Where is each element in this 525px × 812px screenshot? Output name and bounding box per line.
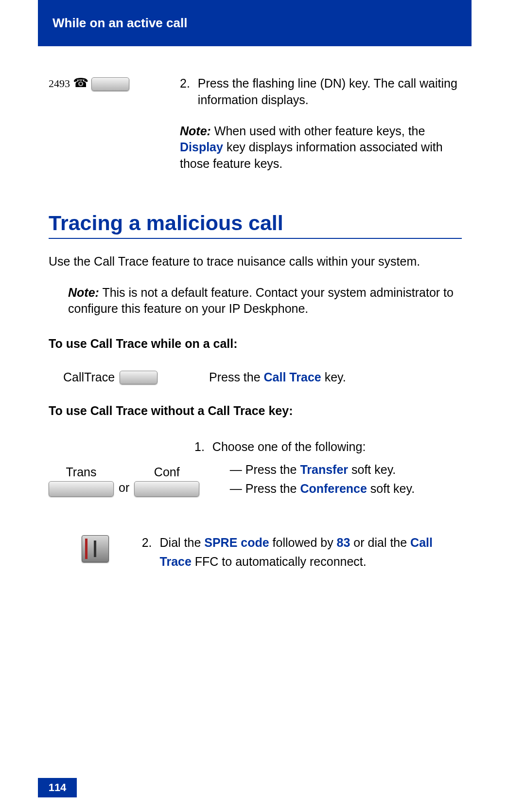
dn-key-illustration: 2493 ☎: [49, 75, 180, 172]
opt2-after: soft key.: [367, 482, 415, 495]
choose-opt-1: Press the Transfer soft key.: [230, 460, 415, 479]
opt2-before: Press the: [245, 482, 300, 495]
intro-paragraph: Use the Call Trace feature to trace nuis…: [49, 253, 462, 270]
subhead-2: To use Call Trace without a Call Trace k…: [49, 404, 462, 418]
trans-col: Trans: [49, 465, 114, 497]
spre-code-key-name: SPRE code: [204, 536, 269, 549]
line-key-icon: [91, 77, 129, 91]
section-heading: Tracing a malicious call: [49, 211, 462, 239]
note1: Note: When used with other feature keys,…: [180, 123, 462, 172]
note1-label: Note:: [180, 124, 211, 138]
page-number: 114: [38, 778, 77, 797]
dial-row: 2. Dial the SPRE code followed by 83 or …: [49, 533, 462, 571]
step2-row: 2493 ☎ 2. Press the flashing line (DN) k…: [49, 75, 462, 172]
trans-label: Trans: [66, 465, 97, 479]
header-bar: While on an active call: [38, 0, 472, 46]
choose-opt-2: Press the Conference soft key.: [230, 479, 415, 498]
dial-t4: FFC to automatically reconnect.: [192, 555, 367, 568]
note2-text: This is not a default feature. Contact y…: [68, 286, 454, 316]
note1-before: When used with other feature keys, the: [211, 124, 425, 138]
or-label: or: [119, 467, 129, 495]
step2-body: Press the flashing line (DN) key. The ca…: [198, 75, 462, 108]
trans-conf-illustration: Trans or Conf: [49, 437, 194, 510]
dialpad-icon: [82, 535, 109, 562]
display-key-name: Display: [180, 140, 223, 154]
step2-text: 2. Press the flashing line (DN) key. The…: [180, 75, 462, 172]
step2b-number: 2.: [142, 533, 152, 571]
ct-before: Press the: [209, 370, 264, 384]
conf-col: Conf: [134, 465, 199, 497]
calltrace-key-illustration: CallTrace: [49, 370, 209, 384]
dn-number: 2493: [49, 77, 70, 90]
choose-list: Press the Transfer soft key. Press the C…: [212, 460, 415, 498]
opt1-after: soft key.: [348, 463, 396, 476]
calltrace-instruction: Press the Call Trace key.: [209, 370, 462, 384]
document-page: While on an active call 2493 ☎ 2. Press …: [0, 0, 525, 812]
trans-softkey-icon: [49, 481, 114, 497]
calltrace-row: CallTrace Press the Call Trace key.: [49, 370, 462, 384]
choose-text: 1. Choose one of the following: Press th…: [194, 437, 415, 510]
subhead-1: To use Call Trace while on a call:: [49, 337, 462, 351]
opt1-before: Press the: [245, 463, 300, 476]
conf-label: Conf: [154, 465, 180, 479]
note2: Note: This is not a default feature. Con…: [68, 285, 457, 318]
dial-icon-col: [49, 533, 142, 571]
ct-after: key.: [321, 370, 346, 384]
phone-icon: ☎: [73, 76, 88, 89]
calltrace-key-label: CallTrace: [63, 370, 115, 384]
dial-t2: followed by: [269, 536, 337, 549]
conference-key-name: Conference: [300, 482, 367, 495]
step2-number: 2.: [180, 75, 190, 108]
code-83-key-name: 83: [337, 536, 350, 549]
page-content: 2493 ☎ 2. Press the flashing line (DN) k…: [49, 73, 462, 571]
dial-text: 2. Dial the SPRE code followed by 83 or …: [142, 533, 462, 571]
transfer-key-name: Transfer: [300, 463, 348, 476]
trans-conf-row: Trans or Conf 1. Choose one of the follo…: [49, 437, 462, 510]
conf-softkey-icon: [134, 481, 199, 497]
choose-lead: Choose one of the following:: [212, 440, 366, 453]
header-title: While on an active call: [52, 16, 187, 31]
step1-number: 1.: [194, 437, 205, 510]
calltrace-key-name: Call Trace: [264, 370, 321, 384]
dial-t1: Dial the: [160, 536, 205, 549]
calltrace-key-icon: [120, 371, 158, 384]
note2-label: Note:: [68, 286, 99, 299]
dial-t3: or dial the: [350, 536, 410, 549]
